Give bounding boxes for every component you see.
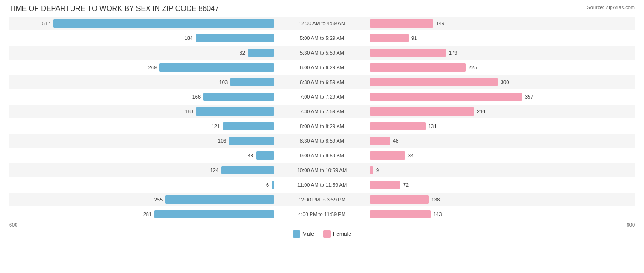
female-bar: [370, 63, 466, 72]
male-value: 103: [214, 79, 228, 85]
left-section: 281: [9, 210, 276, 218]
time-label: 12:00 PM to 3:59 PM: [276, 197, 368, 202]
male-value: 183: [180, 109, 193, 114]
right-section: 131: [368, 122, 635, 130]
female-value: 9: [376, 167, 390, 173]
legend-female-label: Female: [333, 231, 351, 237]
female-value: 84: [408, 153, 422, 158]
female-bar: [370, 181, 400, 189]
table-row: 1667:00 AM to 7:29 AM357: [9, 90, 635, 104]
female-bar: [370, 151, 405, 160]
right-section: 48: [368, 137, 635, 145]
right-section: 91: [368, 34, 635, 42]
time-label: 8:30 AM to 8:59 AM: [276, 138, 368, 144]
female-bar: [370, 166, 373, 174]
left-section: 6: [9, 181, 276, 189]
time-label: 5:30 AM to 5:59 AM: [276, 50, 368, 56]
axis-right-label: 600: [627, 222, 635, 228]
male-value: 6: [255, 182, 269, 188]
male-value: 121: [206, 123, 220, 129]
table-row: 51712:00 AM to 4:59 AM149: [9, 17, 635, 30]
time-label: 6:30 AM to 6:59 AM: [276, 79, 368, 85]
female-bar: [370, 93, 522, 101]
right-section: 72: [368, 181, 635, 189]
male-bar: [53, 19, 274, 28]
male-value: 124: [205, 167, 218, 173]
male-value: 184: [179, 35, 193, 41]
table-row: 1837:30 AM to 7:59 AM244: [9, 105, 635, 118]
time-label: 6:00 AM to 6:29 AM: [276, 65, 368, 70]
female-bar: [370, 210, 431, 218]
time-label: 7:00 AM to 7:29 AM: [276, 94, 368, 100]
female-value: 138: [431, 197, 445, 202]
female-value: 149: [436, 21, 450, 26]
left-section: 121: [9, 122, 276, 130]
axis-left-label: 600: [9, 222, 17, 228]
time-label: 11:00 AM to 11:59 AM: [276, 182, 368, 188]
right-section: 9: [368, 166, 635, 174]
right-section: 179: [368, 49, 635, 57]
male-bar: [256, 151, 274, 160]
male-value: 255: [149, 197, 163, 202]
male-value: 281: [138, 212, 152, 217]
right-section: 149: [368, 19, 635, 28]
time-label: 10:00 AM to 10:59 AM: [276, 167, 368, 173]
male-bar: [159, 63, 274, 72]
legend-male-box: [293, 230, 300, 238]
table-row: 1218:00 AM to 8:29 AM131: [9, 119, 635, 133]
chart-container: TIME OF DEPARTURE TO WORK BY SEX IN ZIP …: [0, 0, 644, 273]
male-bar: [272, 181, 274, 189]
left-section: 62: [9, 49, 276, 57]
table-row: 2696:00 AM to 6:29 AM225: [9, 61, 635, 74]
male-bar: [248, 49, 274, 57]
source-text: Source: ZipAtlas.com: [587, 5, 635, 10]
time-label: 4:00 PM to 11:59 PM: [276, 212, 368, 217]
female-bar: [370, 78, 498, 86]
female-value: 72: [403, 182, 417, 188]
female-bar: [370, 107, 474, 116]
male-bar: [196, 107, 274, 116]
chart-area: 51712:00 AM to 4:59 AM1491845:00 AM to 5…: [9, 17, 635, 221]
right-section: 143: [368, 210, 635, 218]
left-section: 183: [9, 107, 276, 116]
time-label: 8:00 AM to 8:29 AM: [276, 123, 368, 129]
legend-male: Male: [293, 230, 314, 238]
female-bar: [370, 34, 409, 42]
right-section: 84: [368, 151, 635, 160]
male-value: 269: [143, 65, 157, 70]
female-bar: [370, 195, 429, 204]
female-value: 300: [501, 79, 514, 85]
left-section: 517: [9, 19, 276, 28]
table-row: 2814:00 PM to 11:59 PM143: [9, 207, 635, 221]
table-row: 611:00 AM to 11:59 AM72: [9, 178, 635, 192]
table-row: 12410:00 AM to 10:59 AM9: [9, 163, 635, 177]
time-label: 9:00 AM to 9:59 AM: [276, 153, 368, 158]
female-value: 357: [525, 94, 539, 100]
table-row: 625:30 AM to 5:59 AM179: [9, 46, 635, 60]
left-section: 106: [9, 137, 276, 145]
table-row: 1068:30 AM to 8:59 AM48: [9, 134, 635, 148]
left-section: 103: [9, 78, 276, 86]
female-value: 179: [449, 50, 463, 56]
male-value: 43: [240, 153, 253, 158]
male-bar: [223, 122, 274, 130]
female-value: 91: [411, 35, 425, 41]
legend-female-box: [323, 230, 331, 238]
male-bar: [221, 166, 274, 174]
left-section: 255: [9, 195, 276, 204]
legend: Male Female: [9, 230, 635, 238]
left-section: 124: [9, 166, 276, 174]
table-row: 439:00 AM to 9:59 AM84: [9, 149, 635, 162]
left-section: 269: [9, 63, 276, 72]
male-bar: [196, 34, 274, 42]
female-value: 131: [428, 123, 442, 129]
time-label: 7:30 AM to 7:59 AM: [276, 109, 368, 114]
right-section: 300: [368, 78, 635, 86]
table-row: 25512:00 PM to 3:59 PM138: [9, 193, 635, 206]
female-value: 244: [477, 109, 491, 114]
female-value: 48: [393, 138, 407, 144]
female-value: 143: [433, 212, 447, 217]
chart-title: TIME OF DEPARTURE TO WORK BY SEX IN ZIP …: [9, 5, 635, 13]
time-label: 5:00 AM to 5:29 AM: [276, 35, 368, 41]
table-row: 1845:00 AM to 5:29 AM91: [9, 31, 635, 45]
